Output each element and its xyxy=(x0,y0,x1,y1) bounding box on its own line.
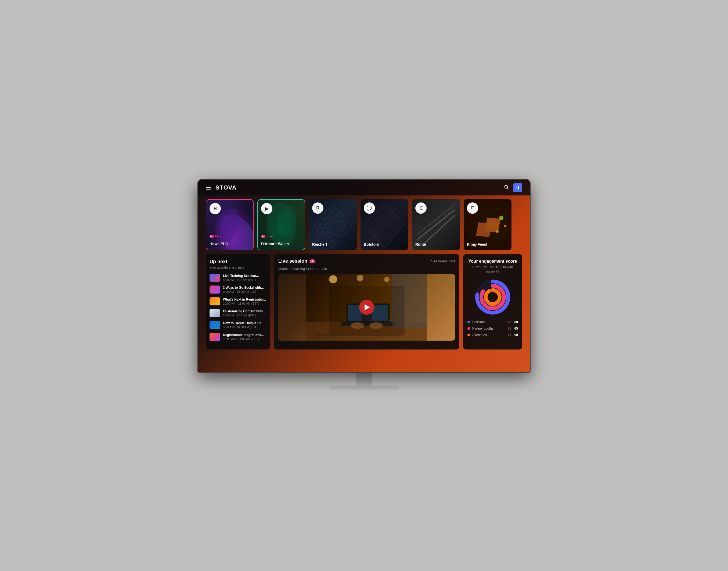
partner-max: 65 xyxy=(515,327,518,330)
monitor-screen: STOVA U xyxy=(197,179,531,373)
damore-title: D'Amore-Walsh xyxy=(261,242,289,246)
bottom-content: Up next Your agenda at a glance Live Tra… xyxy=(198,254,530,349)
svg-point-19 xyxy=(504,225,506,227)
header-right: U xyxy=(503,183,522,192)
legend-sessions: Sessions 75 80 xyxy=(467,320,518,324)
svg-line-12 xyxy=(418,210,454,239)
up-next-subtitle: Your agenda at a glance xyxy=(209,265,267,269)
channel-card-runte[interactable]: ℂ Runte xyxy=(412,199,460,250)
svg-point-38 xyxy=(486,290,500,304)
svg-point-28 xyxy=(357,275,363,281)
monitor-base xyxy=(329,386,399,392)
sessions-score: 75 xyxy=(507,320,511,324)
agenda-item-4[interactable]: Customizing Content with AI 8:00 AM - 9:… xyxy=(209,309,267,317)
attendees-dot xyxy=(467,334,470,336)
svg-point-27 xyxy=(329,275,337,283)
up-next-title: Up next xyxy=(209,259,267,264)
channel-card-howe[interactable]: H Live Howe PLC xyxy=(206,199,254,250)
sessions-max: 80 xyxy=(515,320,518,324)
attendees-score: 75 xyxy=(507,333,511,337)
howe-live-badge: Live xyxy=(209,235,221,238)
agenda-time-2: 9:00 AM - 10:00 AM (EST) xyxy=(223,290,267,293)
sessions-dot xyxy=(467,321,470,323)
live-label-2: Live xyxy=(267,235,273,238)
howe-icon: H xyxy=(209,203,221,214)
channel-card-damore[interactable]: ▶ Live D'Amore-Walsh xyxy=(257,199,305,250)
channel-card-kling[interactable]: F Kling-Feest xyxy=(464,199,512,250)
runte-title: Runte xyxy=(415,242,426,246)
agenda-info-5: How to Create Unique Spon... 9:00 AM - 1… xyxy=(223,321,267,329)
agenda-thumb-1 xyxy=(209,274,220,282)
runte-icon: ℂ xyxy=(415,203,427,214)
live-dot-2 xyxy=(261,235,265,238)
agenda-name-4: Customizing Content with AI xyxy=(223,310,267,313)
live-title-row: Live session xyxy=(278,258,315,264)
hamburger-menu[interactable] xyxy=(206,186,211,190)
agenda-item-5[interactable]: How to Create Unique Spon... 9:00 AM - 1… xyxy=(209,321,267,329)
donut-chart-container xyxy=(467,278,518,316)
svg-point-25 xyxy=(350,322,364,329)
botsford-title: Botsford xyxy=(364,242,379,246)
header-left: STOVA xyxy=(206,184,237,191)
user-avatar-button[interactable]: U xyxy=(513,183,522,192)
header: STOVA U xyxy=(198,180,530,196)
agenda-name-2: 3 Ways to Go Social with... xyxy=(223,286,267,290)
svg-rect-30 xyxy=(392,274,427,328)
howe-title: Howe PLC xyxy=(209,242,228,246)
agenda-item-1[interactable]: Live Training Session... 8:00 AM - 9:00 … xyxy=(209,274,267,282)
engagement-subtitle: How do you stack up to your network? xyxy=(467,265,518,274)
video-container[interactable] xyxy=(278,274,455,341)
see-whats-next-button[interactable]: See whats next xyxy=(431,259,455,263)
svg-point-26 xyxy=(370,322,383,329)
agenda-info-4: Customizing Content with AI 8:00 AM - 9:… xyxy=(223,310,267,317)
partner-label: Partner booths xyxy=(472,327,505,330)
live-panel-header: Live session See whats next xyxy=(278,258,455,264)
damore-icon: ▶ xyxy=(261,203,272,214)
svg-marker-8 xyxy=(324,215,341,237)
partner-dot xyxy=(467,327,470,330)
agenda-time-5: 9:00 AM - 10:00 AM (EST) xyxy=(223,326,267,329)
svg-line-1 xyxy=(507,188,508,189)
monitor-neck xyxy=(356,373,372,386)
reichert-title: Reichert xyxy=(312,242,327,246)
live-session-panel: Live session See whats next Machine lear… xyxy=(274,254,459,349)
live-indicator-badge xyxy=(309,259,315,263)
legend-partner: Partner booths 75 65 xyxy=(467,327,518,330)
svg-point-29 xyxy=(384,276,390,282)
agenda-item-6[interactable]: Registration Integrations... 10:00 AM - … xyxy=(209,333,267,341)
agenda-thumb-5 xyxy=(209,321,220,329)
monitor-wrapper: STOVA U xyxy=(197,179,531,392)
reichert-icon: R xyxy=(312,203,323,214)
legend-attendees: Attendees 75 90 xyxy=(467,333,518,337)
live-dot xyxy=(209,235,214,238)
search-button[interactable] xyxy=(503,184,510,192)
session-subtitle: Machine learning fundamentals xyxy=(278,267,455,271)
live-label: Live xyxy=(215,235,221,238)
agenda-item-3[interactable]: What's Next in Registration... 10:00 AM … xyxy=(209,297,267,306)
agenda-item-2[interactable]: 3 Ways to Go Social with... 9:00 AM - 10… xyxy=(209,286,267,294)
partner-score: 75 xyxy=(507,327,511,330)
svg-marker-11 xyxy=(376,213,393,237)
damore-live-badge: Live xyxy=(261,235,273,238)
channel-card-botsford[interactable]: 💬 Botsford xyxy=(360,199,408,250)
search-icon xyxy=(504,185,509,190)
live-session-label: Live session xyxy=(278,258,307,264)
svg-point-17 xyxy=(499,216,503,220)
agenda-name-1: Live Training Session... xyxy=(223,274,267,278)
agenda-thumb-6 xyxy=(209,333,220,341)
score-legend: Sessions 75 80 Partner booths 75 65 Atte… xyxy=(467,320,518,337)
agenda-info-2: 3 Ways to Go Social with... 9:00 AM - 10… xyxy=(223,286,267,293)
botsford-icon: 💬 xyxy=(364,203,375,214)
play-icon xyxy=(365,304,370,310)
play-button[interactable] xyxy=(359,300,374,315)
channel-card-reichert[interactable]: R Reichert xyxy=(309,199,357,250)
agenda-name-5: How to Create Unique Spon... xyxy=(223,321,267,325)
agenda-name-3: What's Next in Registration... xyxy=(223,298,267,301)
svg-point-0 xyxy=(505,185,508,188)
kling-icon: F xyxy=(467,203,478,214)
kling-title: Kling-Feest xyxy=(467,242,487,246)
attendees-max: 90 xyxy=(515,333,518,337)
svg-line-14 xyxy=(423,215,454,245)
logo: STOVA xyxy=(215,184,237,191)
channels-row: H Live Howe PLC ▶ Live xyxy=(198,196,530,254)
